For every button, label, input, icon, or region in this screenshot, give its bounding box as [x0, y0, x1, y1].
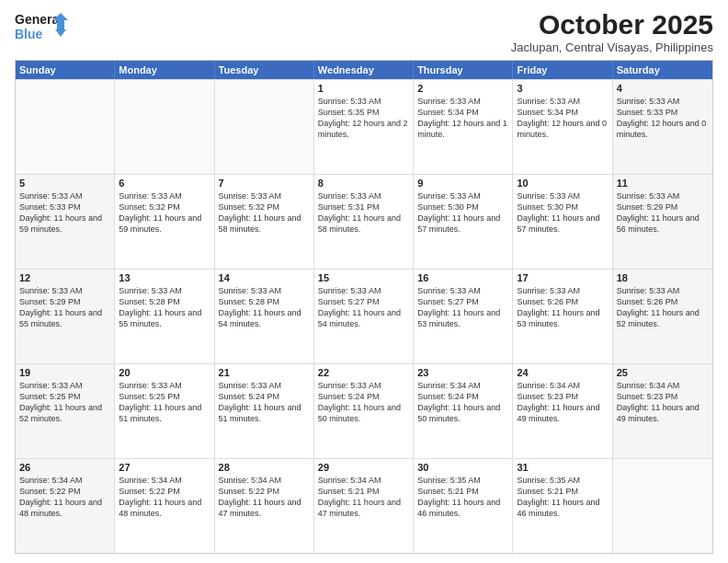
cell-sun-info: Sunrise: 5:33 AM Sunset: 5:32 PM Dayligh…	[119, 190, 210, 236]
cell-sun-info: Sunrise: 5:33 AM Sunset: 5:34 PM Dayligh…	[417, 96, 508, 141]
cal-week-5: 26Sunrise: 5:34 AM Sunset: 5:22 PM Dayli…	[16, 458, 712, 553]
day-number: 18	[617, 272, 709, 283]
cal-cell-day-10: 10Sunrise: 5:33 AM Sunset: 5:30 PM Dayli…	[513, 175, 612, 269]
cell-sun-info: Sunrise: 5:34 AM Sunset: 5:23 PM Dayligh…	[617, 380, 709, 425]
day-number: 8	[318, 178, 409, 189]
day-number: 20	[119, 367, 210, 378]
cal-cell-day-27: 27Sunrise: 5:34 AM Sunset: 5:22 PM Dayli…	[115, 459, 214, 553]
day-number: 7	[219, 178, 310, 189]
cal-cell-day-28: 28Sunrise: 5:34 AM Sunset: 5:22 PM Dayli…	[215, 459, 314, 553]
cell-sun-info: Sunrise: 5:33 AM Sunset: 5:35 PM Dayligh…	[318, 96, 409, 141]
cell-sun-info: Sunrise: 5:35 AM Sunset: 5:21 PM Dayligh…	[417, 475, 508, 520]
cal-week-4: 19Sunrise: 5:33 AM Sunset: 5:25 PM Dayli…	[16, 363, 712, 458]
subtitle: Jaclupan, Central Visayas, Philippines	[511, 40, 713, 54]
cal-cell-day-31: 31Sunrise: 5:35 AM Sunset: 5:21 PM Dayli…	[513, 459, 612, 553]
header-day-thursday: Thursday	[414, 61, 513, 79]
day-number: 22	[318, 367, 409, 378]
cal-cell-day-2: 2Sunrise: 5:33 AM Sunset: 5:34 PM Daylig…	[414, 80, 513, 174]
cal-cell-day-30: 30Sunrise: 5:35 AM Sunset: 5:21 PM Dayli…	[414, 459, 513, 553]
cell-sun-info: Sunrise: 5:34 AM Sunset: 5:21 PM Dayligh…	[318, 475, 409, 520]
cell-sun-info: Sunrise: 5:33 AM Sunset: 5:24 PM Dayligh…	[219, 380, 310, 425]
cell-sun-info: Sunrise: 5:33 AM Sunset: 5:27 PM Dayligh…	[318, 285, 409, 330]
cal-cell-day-14: 14Sunrise: 5:33 AM Sunset: 5:28 PM Dayli…	[215, 270, 314, 363]
day-number: 17	[517, 272, 608, 283]
cal-cell-day-16: 16Sunrise: 5:33 AM Sunset: 5:27 PM Dayli…	[414, 270, 513, 363]
header-day-wednesday: Wednesday	[314, 61, 414, 79]
day-number: 3	[517, 83, 608, 94]
calendar-body: 1Sunrise: 5:33 AM Sunset: 5:35 PM Daylig…	[16, 79, 712, 553]
cal-cell-empty	[613, 459, 712, 553]
cal-cell-day-12: 12Sunrise: 5:33 AM Sunset: 5:29 PM Dayli…	[16, 270, 115, 363]
cell-sun-info: Sunrise: 5:33 AM Sunset: 5:25 PM Dayligh…	[19, 380, 110, 425]
cal-cell-empty	[215, 80, 314, 174]
cell-sun-info: Sunrise: 5:33 AM Sunset: 5:32 PM Dayligh…	[219, 190, 310, 236]
day-number: 19	[19, 367, 110, 378]
cell-sun-info: Sunrise: 5:34 AM Sunset: 5:24 PM Dayligh…	[417, 380, 508, 425]
day-number: 16	[417, 272, 508, 283]
cell-sun-info: Sunrise: 5:33 AM Sunset: 5:27 PM Dayligh…	[417, 285, 508, 330]
cell-sun-info: Sunrise: 5:33 AM Sunset: 5:28 PM Dayligh…	[119, 285, 210, 330]
cal-cell-day-29: 29Sunrise: 5:34 AM Sunset: 5:21 PM Dayli…	[314, 459, 414, 553]
month-title: October 2025	[511, 9, 713, 40]
day-number: 4	[617, 83, 709, 94]
cal-cell-day-9: 9Sunrise: 5:33 AM Sunset: 5:30 PM Daylig…	[414, 175, 513, 269]
cell-sun-info: Sunrise: 5:33 AM Sunset: 5:25 PM Dayligh…	[119, 380, 210, 425]
header-day-saturday: Saturday	[613, 61, 712, 79]
cell-sun-info: Sunrise: 5:33 AM Sunset: 5:30 PM Dayligh…	[417, 190, 508, 236]
cal-cell-day-7: 7Sunrise: 5:33 AM Sunset: 5:32 PM Daylig…	[215, 175, 314, 269]
cal-cell-day-5: 5Sunrise: 5:33 AM Sunset: 5:33 PM Daylig…	[16, 175, 115, 269]
cell-sun-info: Sunrise: 5:33 AM Sunset: 5:24 PM Dayligh…	[318, 380, 409, 425]
day-number: 25	[617, 367, 709, 378]
cal-cell-day-13: 13Sunrise: 5:33 AM Sunset: 5:28 PM Dayli…	[115, 270, 214, 363]
day-number: 31	[517, 462, 608, 473]
cal-week-2: 5Sunrise: 5:33 AM Sunset: 5:33 PM Daylig…	[16, 174, 712, 269]
cal-cell-empty	[16, 80, 115, 174]
cell-sun-info: Sunrise: 5:33 AM Sunset: 5:26 PM Dayligh…	[517, 285, 608, 330]
svg-text:Blue: Blue	[15, 27, 43, 41]
logo-svg: GeneralBlue	[15, 9, 70, 46]
title-block: October 2025 Jaclupan, Central Visayas, …	[511, 9, 713, 54]
day-number: 11	[617, 178, 709, 189]
cal-cell-day-21: 21Sunrise: 5:33 AM Sunset: 5:24 PM Dayli…	[215, 364, 314, 458]
day-number: 30	[417, 462, 508, 473]
day-number: 5	[19, 178, 110, 189]
cal-week-1: 1Sunrise: 5:33 AM Sunset: 5:35 PM Daylig…	[16, 79, 712, 174]
day-number: 23	[417, 367, 508, 378]
header-day-tuesday: Tuesday	[215, 61, 314, 79]
cal-cell-day-25: 25Sunrise: 5:34 AM Sunset: 5:23 PM Dayli…	[613, 364, 712, 458]
cal-cell-day-23: 23Sunrise: 5:34 AM Sunset: 5:24 PM Dayli…	[414, 364, 513, 458]
cell-sun-info: Sunrise: 5:33 AM Sunset: 5:33 PM Dayligh…	[617, 96, 709, 141]
cal-cell-day-3: 3Sunrise: 5:33 AM Sunset: 5:34 PM Daylig…	[513, 80, 612, 174]
cell-sun-info: Sunrise: 5:33 AM Sunset: 5:34 PM Dayligh…	[517, 96, 608, 141]
cell-sun-info: Sunrise: 5:33 AM Sunset: 5:29 PM Dayligh…	[617, 190, 709, 236]
cell-sun-info: Sunrise: 5:34 AM Sunset: 5:22 PM Dayligh…	[19, 475, 110, 520]
day-number: 9	[417, 178, 508, 189]
cal-cell-day-11: 11Sunrise: 5:33 AM Sunset: 5:29 PM Dayli…	[613, 175, 712, 269]
day-number: 6	[119, 178, 210, 189]
day-number: 24	[517, 367, 608, 378]
calendar-header: SundayMondayTuesdayWednesdayThursdayFrid…	[16, 61, 712, 79]
day-number: 29	[318, 462, 409, 473]
day-number: 2	[417, 83, 508, 94]
cal-cell-day-20: 20Sunrise: 5:33 AM Sunset: 5:25 PM Dayli…	[115, 364, 214, 458]
logo: GeneralBlue	[15, 9, 70, 46]
header-day-sunday: Sunday	[16, 61, 115, 79]
cell-sun-info: Sunrise: 5:33 AM Sunset: 5:28 PM Dayligh…	[219, 285, 310, 330]
day-number: 15	[318, 272, 409, 283]
cell-sun-info: Sunrise: 5:33 AM Sunset: 5:33 PM Dayligh…	[19, 190, 110, 236]
cell-sun-info: Sunrise: 5:34 AM Sunset: 5:22 PM Dayligh…	[219, 475, 310, 520]
cell-sun-info: Sunrise: 5:33 AM Sunset: 5:26 PM Dayligh…	[617, 285, 709, 330]
cal-cell-day-15: 15Sunrise: 5:33 AM Sunset: 5:27 PM Dayli…	[314, 270, 414, 363]
cal-cell-empty	[115, 80, 214, 174]
cal-cell-day-4: 4Sunrise: 5:33 AM Sunset: 5:33 PM Daylig…	[613, 80, 712, 174]
cal-cell-day-26: 26Sunrise: 5:34 AM Sunset: 5:22 PM Dayli…	[16, 459, 115, 553]
day-number: 21	[219, 367, 310, 378]
cell-sun-info: Sunrise: 5:34 AM Sunset: 5:23 PM Dayligh…	[517, 380, 608, 425]
cal-cell-day-19: 19Sunrise: 5:33 AM Sunset: 5:25 PM Dayli…	[16, 364, 115, 458]
calendar: SundayMondayTuesdayWednesdayThursdayFrid…	[15, 60, 713, 554]
day-number: 27	[119, 462, 210, 473]
cal-cell-day-18: 18Sunrise: 5:33 AM Sunset: 5:26 PM Dayli…	[613, 270, 712, 363]
cell-sun-info: Sunrise: 5:35 AM Sunset: 5:21 PM Dayligh…	[517, 475, 608, 520]
cal-cell-day-24: 24Sunrise: 5:34 AM Sunset: 5:23 PM Dayli…	[513, 364, 612, 458]
cal-week-3: 12Sunrise: 5:33 AM Sunset: 5:29 PM Dayli…	[16, 269, 712, 363]
